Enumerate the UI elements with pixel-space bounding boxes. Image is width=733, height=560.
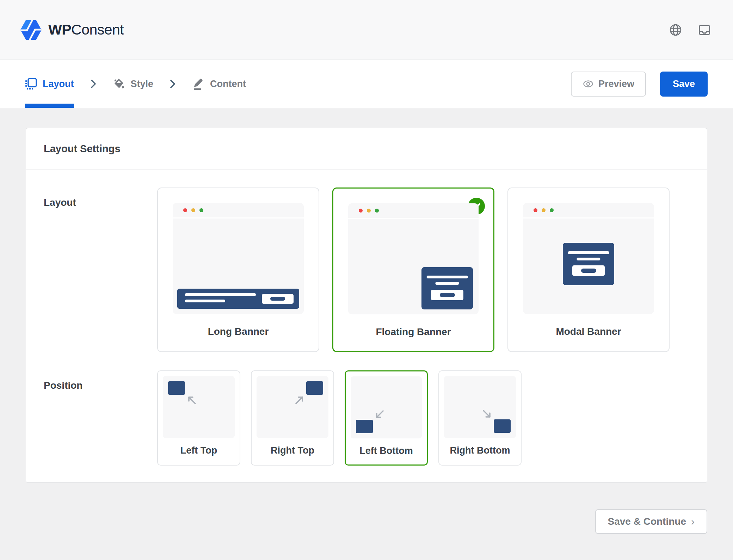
eye-icon bbox=[583, 78, 594, 90]
traffic-dot-green bbox=[199, 208, 203, 212]
pencil-icon bbox=[192, 78, 205, 90]
position-option-left-bottom[interactable]: Left Bottom bbox=[345, 370, 428, 466]
modal-banner-illustration bbox=[563, 243, 614, 285]
long-banner-illustration bbox=[177, 289, 299, 309]
traffic-dot-yellow bbox=[542, 208, 546, 212]
layout-option-label: Floating Banner bbox=[333, 326, 493, 338]
preview-button-label: Preview bbox=[598, 79, 634, 90]
chevron-right-icon bbox=[88, 79, 99, 89]
save-continue-button[interactable]: Save & Continue › bbox=[595, 509, 707, 534]
layout-option-long-banner[interactable]: Long Banner bbox=[157, 187, 319, 352]
traffic-dot-red bbox=[534, 208, 537, 212]
app-header: WPConsent bbox=[0, 0, 733, 60]
position-option-left-top[interactable]: Left Top bbox=[157, 370, 240, 466]
browser-mockup-titlebar bbox=[173, 203, 304, 219]
wpconsent-logo: WPConsent bbox=[20, 20, 124, 40]
save-continue-label: Save & Continue bbox=[608, 516, 686, 527]
layout-row-label: Layout bbox=[44, 187, 157, 352]
layout-icon bbox=[25, 78, 37, 90]
traffic-dot-red bbox=[359, 209, 363, 213]
traffic-dot-red bbox=[183, 208, 187, 212]
chevron-right-icon: › bbox=[691, 516, 695, 528]
paint-bucket-icon bbox=[113, 78, 125, 90]
arrow-up-right-icon bbox=[293, 394, 305, 406]
position-row: Position Left Top bbox=[44, 370, 689, 466]
position-option-right-top[interactable]: Right Top bbox=[251, 370, 334, 466]
footer-bar: Save & Continue › bbox=[0, 483, 733, 534]
tab-layout-label: Layout bbox=[43, 79, 74, 90]
tab-layout[interactable]: Layout bbox=[25, 60, 74, 108]
save-button[interactable]: Save bbox=[660, 72, 708, 97]
position-option-right-bottom[interactable]: Right Bottom bbox=[438, 370, 522, 466]
layout-settings-panel: Layout Settings Layout bbox=[26, 128, 707, 483]
inbox-icon[interactable] bbox=[698, 23, 711, 37]
tab-content-label: Content bbox=[210, 79, 246, 90]
layout-option-label: Modal Banner bbox=[508, 326, 669, 337]
arrow-down-left-icon bbox=[374, 408, 386, 420]
position-illustration bbox=[163, 376, 235, 438]
browser-mockup-titlebar bbox=[523, 203, 654, 219]
browser-mockup bbox=[348, 203, 479, 314]
wpconsent-logo-icon bbox=[20, 20, 42, 40]
position-option-label: Right Top bbox=[252, 445, 333, 456]
layout-row: Layout bbox=[44, 187, 689, 352]
position-illustration bbox=[351, 376, 422, 438]
tab-style-label: Style bbox=[131, 79, 154, 90]
preview-button[interactable]: Preview bbox=[571, 72, 646, 97]
layout-option-label: Long Banner bbox=[158, 326, 319, 337]
wpconsent-logo-text: WPConsent bbox=[48, 21, 124, 38]
browser-mockup bbox=[173, 203, 304, 314]
chevron-right-icon bbox=[167, 79, 178, 89]
position-option-label: Left Top bbox=[158, 445, 240, 456]
position-option-label: Left Bottom bbox=[346, 445, 427, 456]
traffic-dot-yellow bbox=[367, 209, 371, 213]
tab-style[interactable]: Style bbox=[113, 60, 154, 108]
arrow-down-right-icon bbox=[481, 408, 493, 420]
floating-banner-illustration bbox=[421, 267, 473, 309]
panel-header: Layout Settings bbox=[26, 128, 707, 170]
browser-mockup bbox=[523, 203, 654, 314]
traffic-dot-yellow bbox=[191, 208, 195, 212]
traffic-dot-green bbox=[375, 209, 379, 213]
position-row-label: Position bbox=[44, 370, 157, 466]
position-illustration bbox=[444, 376, 516, 438]
position-option-label: Right Bottom bbox=[439, 445, 521, 456]
panel-title: Layout Settings bbox=[44, 143, 121, 155]
globe-icon[interactable] bbox=[669, 23, 682, 37]
traffic-dot-green bbox=[550, 208, 554, 212]
position-illustration bbox=[257, 376, 328, 438]
layout-option-floating-banner[interactable]: Floating Banner bbox=[332, 187, 494, 352]
browser-mockup-titlebar bbox=[348, 203, 479, 219]
tab-content[interactable]: Content bbox=[192, 60, 246, 108]
layout-option-modal-banner[interactable]: Modal Banner bbox=[507, 187, 670, 352]
steps-nav: Layout Style Content Preview bbox=[0, 60, 733, 108]
arrow-up-left-icon bbox=[186, 394, 198, 406]
main-content: Layout Settings Layout bbox=[0, 108, 733, 483]
